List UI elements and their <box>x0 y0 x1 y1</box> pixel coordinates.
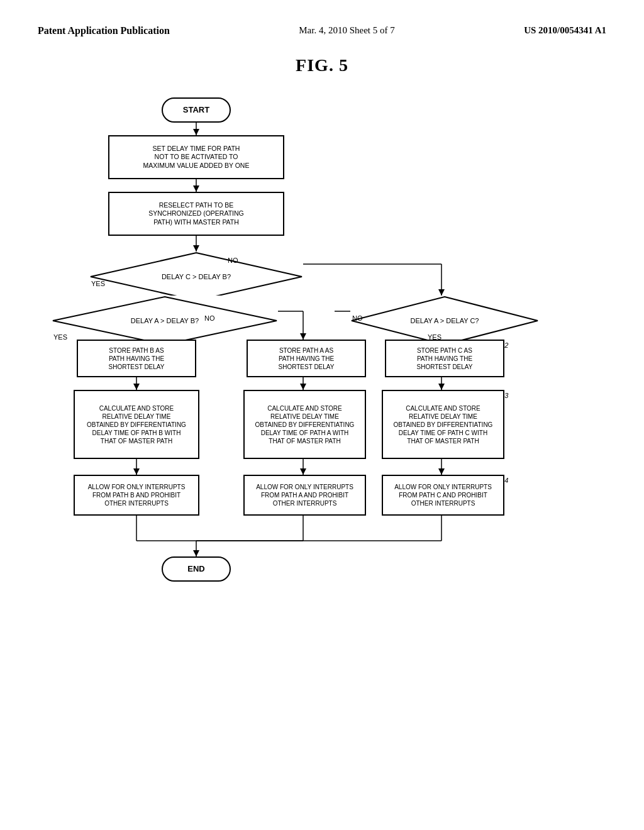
flowchart-diagram: START ST21 SET DELAY TIME FOR PATH NOT T… <box>39 88 605 767</box>
st22-box: RESELECT PATH TO BE SYNCHRONIZED (OPERAT… <box>108 192 284 236</box>
svg-marker-26 <box>133 468 140 475</box>
st24-no-label: NO <box>204 314 215 322</box>
svg-marker-24 <box>438 384 445 390</box>
svg-marker-28 <box>300 468 306 475</box>
st24-yes-label: YES <box>53 333 67 341</box>
st23-diamond: DELAY C > DELAY B? <box>89 252 303 302</box>
st28-box: STORE PATH A AS PATH HAVING THE SHORTEST… <box>247 340 366 377</box>
svg-marker-20 <box>133 384 140 390</box>
st21-box: SET DELAY TIME FOR PATH NOT TO BE ACTIVA… <box>108 135 284 179</box>
st26-box: CALCULATE AND STORE RELATIVE DELAY TIME … <box>74 390 199 459</box>
page-header: Patent Application Publication Mar. 4, 2… <box>0 0 644 49</box>
st23-yes-label: YES <box>91 280 105 287</box>
st23-no-label: NO <box>228 257 238 264</box>
start-node: START <box>162 97 231 123</box>
svg-marker-15 <box>300 333 306 340</box>
header-left: Patent Application Publication <box>38 25 170 36</box>
figure-title: FIG. 5 <box>0 55 644 75</box>
header-right: US 2010/0054341 A1 <box>524 25 606 36</box>
st27-box: ALLOW FOR ONLY INTERRUPTS FROM PATH B AN… <box>74 475 199 516</box>
svg-marker-3 <box>193 185 199 192</box>
st34-box: ALLOW FOR ONLY INTERRUPTS FROM PATH C AN… <box>382 475 504 516</box>
st31-diamond: DELAY A > DELAY C? <box>350 296 539 346</box>
svg-marker-38 <box>193 550 199 556</box>
st30-box: ALLOW FOR ONLY INTERRUPTS FROM PATH A AN… <box>243 475 366 516</box>
st25-box: STORE PATH B AS PATH HAVING THE SHORTEST… <box>77 340 196 377</box>
st32-box: STORE PATH C AS PATH HAVING THE SHORTEST… <box>385 340 504 377</box>
header-center: Mar. 4, 2010 Sheet 5 of 7 <box>299 25 394 36</box>
st33-box: CALCULATE AND STORE RELATIVE DELAY TIME … <box>382 390 504 459</box>
svg-marker-10 <box>438 289 445 296</box>
svg-marker-5 <box>193 245 199 252</box>
st29-box: CALCULATE AND STORE RELATIVE DELAY TIME … <box>243 390 366 459</box>
st31-no-label: NO <box>352 314 363 322</box>
end-node: END <box>162 556 231 582</box>
st24-diamond: DELAY A > DELAY B? <box>52 296 278 346</box>
svg-marker-30 <box>438 468 445 475</box>
svg-marker-1 <box>193 129 199 135</box>
svg-marker-22 <box>300 384 306 390</box>
